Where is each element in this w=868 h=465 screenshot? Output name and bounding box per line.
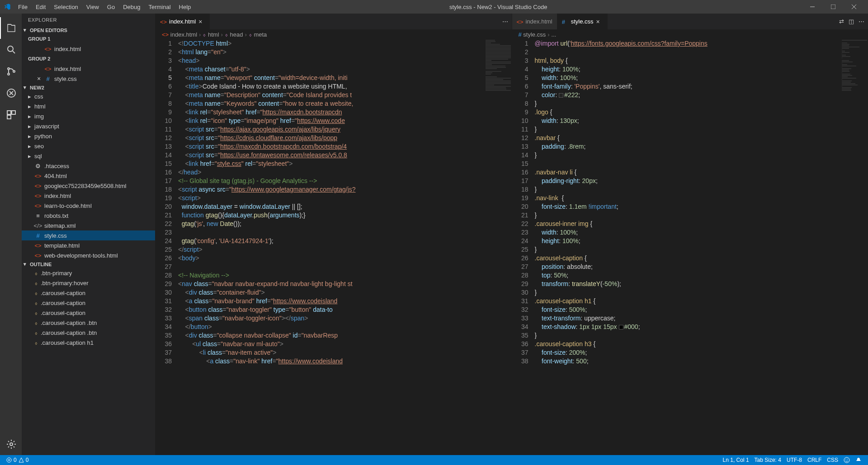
tab[interactable]: <>index.html <box>512 14 557 29</box>
open-editors-header[interactable]: ▾OPEN EDITORS <box>22 26 155 34</box>
close-icon[interactable]: × <box>37 75 43 82</box>
file-item[interactable]: <>index.html <box>22 191 155 201</box>
window-controls <box>802 0 864 14</box>
outline-item[interactable]: ⬨.btn-primary <box>22 268 155 278</box>
tabs-right: <>index.html#style.css× ⇄ ◫ ⋯ <box>512 14 868 29</box>
menu-view[interactable]: View <box>83 2 103 12</box>
breadcrumb-item[interactable]: <> index.html <box>162 31 197 38</box>
source-control-icon[interactable] <box>0 61 22 82</box>
file-item[interactable]: <>googlecc752283459e5508.html <box>22 181 155 191</box>
vscode-logo-icon <box>4 3 11 10</box>
tabs-left: <>index.html×⋯ <box>156 14 512 29</box>
explorer-icon[interactable] <box>0 17 22 39</box>
titlebar: FileEditSelectionViewGoDebugTerminalHelp… <box>0 0 868 14</box>
file-item[interactable]: <>learn-to-code.html <box>22 201 155 211</box>
menu-help[interactable]: Help <box>175 2 195 12</box>
status-tabsize[interactable]: Tab Size: 4 <box>752 457 784 463</box>
folder-item[interactable]: ▸css <box>22 91 155 101</box>
debug-icon[interactable] <box>0 82 22 104</box>
chevron-right-icon: ▸ <box>28 113 33 120</box>
menu-bar: FileEditSelectionViewGoDebugTerminalHelp <box>14 2 194 12</box>
breadcrumb-item[interactable]: # style.css <box>519 31 546 38</box>
menu-go[interactable]: Go <box>104 2 118 12</box>
status-encoding[interactable]: UTF-8 <box>784 457 805 463</box>
status-lncol[interactable]: Ln 1, Col 1 <box>720 457 752 463</box>
outline-item[interactable]: ⬨.carousel-caption <box>22 298 155 308</box>
outline-item[interactable]: ⬨.btn-primary:hover <box>22 278 155 288</box>
search-icon[interactable] <box>0 39 22 61</box>
outline-item[interactable]: ⬨.carousel-caption <box>22 308 155 318</box>
svg-rect-6 <box>7 111 11 114</box>
file-item[interactable]: </>sitemap.xml <box>22 221 155 230</box>
outline-header[interactable]: ▾OUTLINE <box>22 260 155 268</box>
tab[interactable]: #style.css× <box>557 14 608 29</box>
editor-group-1[interactable]: GROUP 1 <box>22 34 155 44</box>
minimize-button[interactable] <box>802 0 823 14</box>
open-editor-item[interactable]: ×#style.css <box>22 74 155 84</box>
editor-body-left[interactable]: 1234567891011121314151617181920212223242… <box>156 39 512 455</box>
compare-changes-icon[interactable]: ⇄ <box>839 18 844 25</box>
chevron-right-icon: ▸ <box>28 123 33 130</box>
editor-actions-more-icon[interactable]: ⋯ <box>859 18 864 25</box>
open-editor-item[interactable]: <>index.html <box>22 64 155 74</box>
editor-group-left: <>index.html×⋯ <> index.html›⬨ html›⬨ he… <box>155 14 512 455</box>
outline-item[interactable]: ⬨.carousel-caption .btn <box>22 318 155 328</box>
file-item[interactable]: <>template.html <box>22 240 155 250</box>
file-item[interactable]: <>404.html <box>22 171 155 181</box>
file-item[interactable]: ≡robots.txt <box>22 211 155 221</box>
close-icon[interactable]: × <box>198 18 205 25</box>
settings-gear-icon[interactable] <box>0 433 22 455</box>
menu-edit[interactable]: Edit <box>32 2 49 12</box>
folder-item[interactable]: ▸html <box>22 101 155 111</box>
breadcrumb-right[interactable]: # style.css›... <box>512 29 868 39</box>
status-feedback-icon[interactable] <box>841 457 853 463</box>
tab[interactable]: <>index.html× <box>156 14 210 29</box>
chevron-right-icon: ▸ <box>28 93 33 100</box>
folder-item[interactable]: ▸img <box>22 111 155 121</box>
close-button[interactable] <box>844 0 864 14</box>
split-editor-icon[interactable]: ◫ <box>849 18 854 25</box>
status-eol[interactable]: CRLF <box>805 457 824 463</box>
menu-file[interactable]: File <box>14 2 31 12</box>
svg-point-12 <box>845 459 846 460</box>
breadcrumb-item[interactable]: ⬨ html <box>203 31 219 38</box>
chevron-right-icon: ▸ <box>28 143 33 150</box>
file-item[interactable]: #style.css <box>22 230 155 240</box>
close-icon[interactable]: × <box>596 18 603 25</box>
editor-body-right[interactable]: 1234567891011121314151617181920212223242… <box>512 39 868 455</box>
status-lang[interactable]: CSS <box>824 457 841 463</box>
breadcrumb-item[interactable]: ⬨ meta <box>249 31 267 38</box>
folder-item[interactable]: ▸seo <box>22 141 155 151</box>
folder-item[interactable]: ▸javascript <box>22 121 155 131</box>
outline-item[interactable]: ⬨.carousel-caption h1 <box>22 338 155 348</box>
folder-item[interactable]: ▸sql <box>22 151 155 161</box>
minimap-left[interactable] <box>485 39 512 455</box>
status-errors[interactable]: 0 0 <box>4 457 31 463</box>
extensions-icon[interactable] <box>0 104 22 126</box>
css-rule-icon: ⬨ <box>34 329 38 336</box>
editor-actions-more-icon[interactable]: ⋯ <box>502 18 508 25</box>
menu-selection[interactable]: Selection <box>50 2 81 12</box>
svg-rect-7 <box>12 111 15 114</box>
editor-group-right: <>index.html#style.css× ⇄ ◫ ⋯ # style.cs… <box>512 14 868 455</box>
outline-item[interactable]: ⬨.carousel-caption .btn <box>22 328 155 338</box>
workspace-header[interactable]: ▾NEW2 <box>22 84 155 91</box>
breadcrumb-item[interactable]: ⬨ head <box>225 31 243 38</box>
folder-item[interactable]: ▸python <box>22 131 155 141</box>
css-rule-icon: ⬨ <box>34 270 38 277</box>
menu-terminal[interactable]: Terminal <box>145 2 174 12</box>
maximize-button[interactable] <box>823 0 844 14</box>
breadcrumb-left[interactable]: <> index.html›⬨ html›⬨ head›⬨ meta <box>156 29 512 39</box>
breadcrumb-item[interactable]: ... <box>552 31 557 38</box>
file-item[interactable]: ⚙.htaccess <box>22 161 155 171</box>
file-item[interactable]: <>web-development-tools.html <box>22 250 155 260</box>
status-notifications-icon[interactable] <box>853 457 864 463</box>
css-rule-icon: ⬨ <box>34 319 38 326</box>
menu-debug[interactable]: Debug <box>119 2 144 12</box>
editor-group-2[interactable]: GROUP 2 <box>22 54 155 64</box>
warning-icon <box>19 457 24 463</box>
minimap-right[interactable] <box>841 39 868 455</box>
svg-point-11 <box>844 457 849 463</box>
outline-item[interactable]: ⬨.carousel-caption <box>22 288 155 298</box>
open-editor-item[interactable]: <>index.html <box>22 44 155 54</box>
